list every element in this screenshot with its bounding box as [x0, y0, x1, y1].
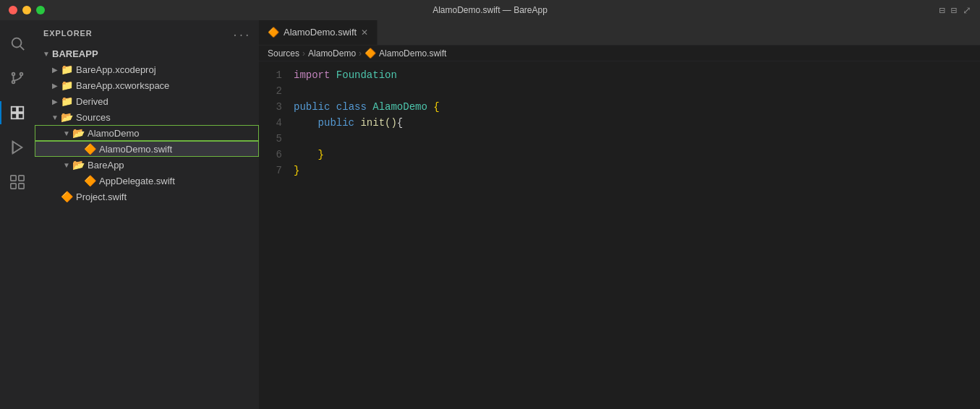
code-line-1: import Foundation — [294, 67, 980, 83]
svg-point-2 — [12, 73, 15, 76]
tree-item-alamodemo-folder[interactable]: ▼ 📂 AlamoDemo — [35, 125, 259, 141]
tree-label: BareApp.xcworkspace — [76, 80, 169, 91]
tree-item-appdelegate[interactable]: 🔶 AppDelegate.swift — [35, 173, 259, 189]
swift-file-icon: 🔶 — [84, 175, 96, 186]
folder-open-icon: 📂 — [72, 159, 85, 171]
code-line-3: public class AlamoDemo { — [294, 99, 980, 115]
tree-label: BareApp.xcodeproj — [76, 64, 156, 75]
titlebar: AlamoDemo.swift — BareApp ⊟ ⊟ ⤢ — [0, 0, 980, 20]
svg-rect-7 — [18, 107, 23, 112]
svg-point-3 — [20, 73, 23, 76]
tree-item-bareapp-folder[interactable]: ▼ 📂 BareApp — [35, 157, 259, 173]
folder-icon: 📁 — [61, 95, 73, 107]
main-container: EXPLORER ... ▼ BAREAPP ▶ 📁 BareApp.xcode… — [0, 20, 980, 409]
breadcrumb-sep-2: › — [359, 48, 362, 59]
svg-rect-15 — [19, 184, 24, 189]
svg-rect-6 — [12, 107, 17, 112]
tree-item-sources[interactable]: ▼ 📂 Sources — [35, 109, 259, 125]
sidebar: EXPLORER ... ▼ BAREAPP ▶ 📁 BareApp.xcode… — [35, 20, 259, 409]
svg-rect-12 — [11, 176, 16, 181]
chevron-icon: ▶ — [49, 66, 61, 74]
code-line-2 — [294, 83, 980, 99]
layout-icon[interactable]: ⊟ — [951, 4, 957, 17]
chevron-icon: ▶ — [49, 98, 61, 106]
activity-search[interactable] — [0, 26, 35, 61]
split-editor-icon[interactable]: ⊟ — [939, 4, 945, 17]
code-line-4: public init(){ — [294, 115, 980, 131]
svg-line-1 — [20, 46, 24, 50]
activity-source-control[interactable] — [0, 61, 35, 95]
svg-rect-8 — [12, 113, 17, 119]
close-button[interactable] — [9, 6, 17, 14]
svg-marker-10 — [13, 142, 22, 154]
window-title: AlamoDemo.swift — BareApp — [433, 5, 547, 15]
tree-item-xcodeproj[interactable]: ▶ 📁 BareApp.xcodeproj — [35, 61, 259, 77]
tree-label: Sources — [76, 112, 111, 123]
chevron-icon: ▶ — [49, 82, 61, 90]
breadcrumb: Sources › AlamoDemo › 🔶 AlamoDemo.swift — [259, 46, 980, 61]
minimize-button[interactable] — [22, 6, 31, 14]
code-content[interactable]: import Foundation public class AlamoDemo… — [294, 67, 980, 403]
swift-file-icon: 🔶 — [84, 143, 96, 155]
activity-run[interactable] — [0, 130, 35, 165]
tree-root-bareapp[interactable]: ▼ BAREAPP — [35, 46, 259, 61]
code-line-7: } — [294, 163, 980, 178]
tab-bar: 🔶 AlamoDemo.swift ✕ — [259, 20, 980, 46]
line-numbers: 1 2 3 4 5 6 7 — [259, 67, 294, 403]
swift-file-icon: 🔶 — [61, 191, 73, 202]
tab-swift-icon: 🔶 — [268, 27, 279, 38]
tree-label: AlamoDemo — [88, 128, 140, 139]
breadcrumb-swift-icon: 🔶 — [365, 48, 376, 59]
tab-close-button[interactable]: ✕ — [361, 27, 368, 38]
chevron-icon: ▼ — [61, 129, 72, 137]
activity-extensions[interactable] — [0, 165, 35, 199]
tree-label: AppDelegate.swift — [99, 176, 175, 186]
activity-explorer[interactable] — [0, 95, 35, 130]
editor-area: 🔶 AlamoDemo.swift ✕ Sources › AlamoDemo … — [259, 20, 980, 409]
tree-item-xcworkspace[interactable]: ▶ 📁 BareApp.xcworkspace — [35, 77, 259, 93]
root-label: BAREAPP — [52, 48, 98, 59]
tree-label: Project.swift — [76, 191, 127, 202]
chevron-icon: ▼ — [61, 161, 72, 169]
tree-label: BareApp — [88, 160, 124, 171]
file-tree: ▼ BAREAPP ▶ 📁 BareApp.xcodeproj ▶ 📁 Bare… — [35, 46, 259, 409]
tree-item-alamodemo-swift[interactable]: 🔶 AlamoDemo.swift — [35, 141, 259, 157]
sidebar-header: EXPLORER ... — [35, 20, 259, 46]
breadcrumb-file[interactable]: AlamoDemo.swift — [379, 48, 446, 59]
breadcrumb-sources[interactable]: Sources — [268, 48, 299, 59]
traffic-lights — [9, 6, 45, 14]
svg-rect-9 — [18, 113, 23, 119]
chevron-icon: ▼ — [41, 50, 52, 58]
code-editor[interactable]: 1 2 3 4 5 6 7 import Foundation public c… — [259, 61, 980, 409]
explorer-title: EXPLORER — [43, 29, 93, 38]
tree-label: Derived — [76, 96, 108, 107]
folder-open-icon: 📂 — [61, 111, 73, 123]
maximize-button[interactable] — [36, 6, 45, 14]
breadcrumb-alamodemo[interactable]: AlamoDemo — [308, 48, 356, 59]
code-line-6: } — [294, 147, 980, 163]
tab-filename: AlamoDemo.swift — [284, 27, 357, 38]
code-line-5 — [294, 131, 980, 147]
chevron-icon: ▼ — [49, 113, 61, 121]
folder-icon: 📁 — [61, 64, 73, 75]
fullscreen-icon[interactable]: ⤢ — [963, 4, 971, 17]
folder-icon: 📁 — [61, 79, 73, 91]
sidebar-more-actions[interactable]: ... — [232, 27, 250, 39]
tree-item-derived[interactable]: ▶ 📁 Derived — [35, 93, 259, 109]
svg-rect-14 — [11, 184, 16, 189]
folder-open-icon: 📂 — [72, 127, 85, 139]
tree-item-project-swift[interactable]: 🔶 Project.swift — [35, 189, 259, 204]
tree-label: AlamoDemo.swift — [99, 144, 172, 155]
breadcrumb-sep-1: › — [302, 48, 305, 59]
activity-bar — [0, 20, 35, 409]
svg-point-0 — [12, 38, 22, 48]
svg-rect-13 — [19, 176, 24, 181]
titlebar-icons: ⊟ ⊟ ⤢ — [939, 4, 971, 17]
editor-tab-alamodemo[interactable]: 🔶 AlamoDemo.swift ✕ — [259, 20, 378, 45]
